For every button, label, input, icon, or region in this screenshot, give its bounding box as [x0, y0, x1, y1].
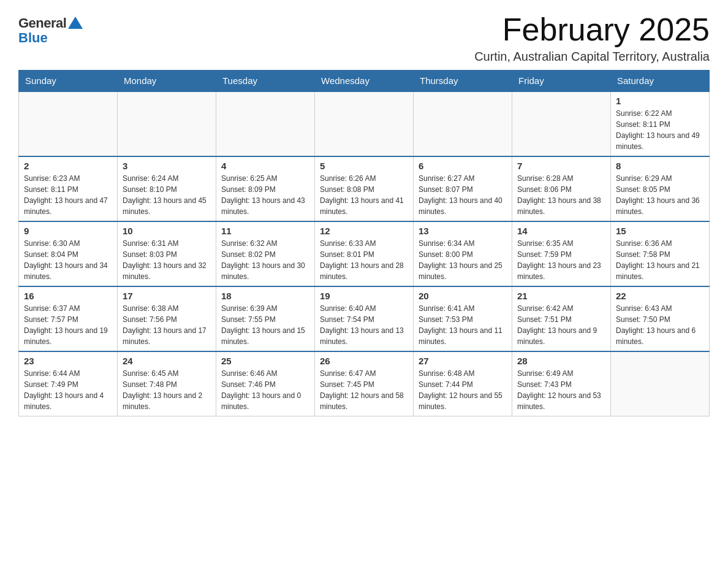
day-info: Sunrise: 6:33 AMSunset: 8:01 PMDaylight:… [320, 238, 408, 282]
calendar-day-header: Saturday [611, 71, 710, 92]
day-number: 17 [123, 291, 211, 301]
day-number: 10 [123, 226, 211, 236]
day-info: Sunrise: 6:25 AMSunset: 8:09 PMDaylight:… [221, 173, 309, 217]
day-number: 7 [517, 161, 605, 171]
day-info: Sunrise: 6:47 AMSunset: 7:45 PMDaylight:… [320, 368, 408, 412]
calendar-cell: 18Sunrise: 6:39 AMSunset: 7:55 PMDayligh… [216, 286, 315, 351]
calendar-cell: 1Sunrise: 6:22 AMSunset: 8:11 PMDaylight… [611, 91, 710, 156]
day-number: 11 [221, 226, 309, 236]
calendar-cell: 9Sunrise: 6:30 AMSunset: 8:04 PMDaylight… [19, 221, 118, 286]
day-info: Sunrise: 6:37 AMSunset: 7:57 PMDaylight:… [24, 303, 112, 347]
calendar-body: 1Sunrise: 6:22 AMSunset: 8:11 PMDaylight… [19, 91, 710, 416]
page-header: General Blue February 2025 Curtin, Austr… [18, 12, 710, 64]
day-number: 5 [320, 161, 408, 171]
calendar-cell: 4Sunrise: 6:25 AMSunset: 8:09 PMDaylight… [216, 156, 315, 221]
day-number: 18 [221, 291, 309, 301]
calendar-cell: 25Sunrise: 6:46 AMSunset: 7:46 PMDayligh… [216, 351, 315, 416]
day-info: Sunrise: 6:39 AMSunset: 7:55 PMDaylight:… [221, 303, 309, 347]
day-number: 22 [616, 291, 704, 301]
calendar-cell: 28Sunrise: 6:49 AMSunset: 7:43 PMDayligh… [512, 351, 611, 416]
calendar-cell [118, 91, 216, 156]
day-info: Sunrise: 6:26 AMSunset: 8:08 PMDaylight:… [320, 173, 408, 217]
calendar-cell: 21Sunrise: 6:42 AMSunset: 7:51 PMDayligh… [512, 286, 611, 351]
calendar-cell: 7Sunrise: 6:28 AMSunset: 8:06 PMDaylight… [512, 156, 611, 221]
calendar-cell: 6Sunrise: 6:27 AMSunset: 8:07 PMDaylight… [414, 156, 512, 221]
calendar-week-row: 23Sunrise: 6:44 AMSunset: 7:49 PMDayligh… [19, 351, 710, 416]
day-info: Sunrise: 6:40 AMSunset: 7:54 PMDaylight:… [320, 303, 408, 347]
calendar-week-row: 2Sunrise: 6:23 AMSunset: 8:11 PMDaylight… [19, 156, 710, 221]
day-number: 9 [24, 226, 112, 236]
day-info: Sunrise: 6:31 AMSunset: 8:03 PMDaylight:… [123, 238, 211, 282]
calendar-cell: 15Sunrise: 6:36 AMSunset: 7:58 PMDayligh… [611, 221, 710, 286]
location-title: Curtin, Australian Capital Territory, Au… [474, 50, 710, 64]
day-number: 4 [221, 161, 309, 171]
day-number: 27 [419, 356, 507, 366]
day-number: 16 [24, 291, 112, 301]
day-info: Sunrise: 6:24 AMSunset: 8:10 PMDaylight:… [123, 173, 211, 217]
day-info: Sunrise: 6:29 AMSunset: 8:05 PMDaylight:… [616, 173, 704, 217]
calendar-day-header: Wednesday [315, 71, 414, 92]
calendar-cell [611, 351, 710, 416]
calendar-day-header: Tuesday [216, 71, 315, 92]
calendar-week-row: 1Sunrise: 6:22 AMSunset: 8:11 PMDaylight… [19, 91, 710, 156]
calendar-day-header: Monday [118, 71, 216, 92]
calendar-cell: 5Sunrise: 6:26 AMSunset: 8:08 PMDaylight… [315, 156, 414, 221]
calendar-day-header: Sunday [19, 71, 118, 92]
day-info: Sunrise: 6:36 AMSunset: 7:58 PMDaylight:… [616, 238, 704, 282]
day-info: Sunrise: 6:27 AMSunset: 8:07 PMDaylight:… [419, 173, 507, 217]
day-number: 8 [616, 161, 704, 171]
day-number: 28 [517, 356, 605, 366]
calendar-cell: 27Sunrise: 6:48 AMSunset: 7:44 PMDayligh… [414, 351, 512, 416]
day-number: 6 [419, 161, 507, 171]
calendar-cell [512, 91, 611, 156]
calendar-cell [315, 91, 414, 156]
day-info: Sunrise: 6:44 AMSunset: 7:49 PMDaylight:… [24, 368, 112, 412]
day-info: Sunrise: 6:42 AMSunset: 7:51 PMDaylight:… [517, 303, 605, 347]
day-info: Sunrise: 6:28 AMSunset: 8:06 PMDaylight:… [517, 173, 605, 217]
day-info: Sunrise: 6:22 AMSunset: 8:11 PMDaylight:… [616, 108, 704, 152]
day-number: 20 [419, 291, 507, 301]
day-number: 14 [517, 226, 605, 236]
calendar-cell: 12Sunrise: 6:33 AMSunset: 8:01 PMDayligh… [315, 221, 414, 286]
day-info: Sunrise: 6:43 AMSunset: 7:50 PMDaylight:… [616, 303, 704, 347]
calendar-day-header: Thursday [414, 71, 512, 92]
logo: General Blue [18, 12, 83, 46]
day-number: 21 [517, 291, 605, 301]
day-number: 26 [320, 356, 408, 366]
calendar-week-row: 16Sunrise: 6:37 AMSunset: 7:57 PMDayligh… [19, 286, 710, 351]
calendar-day-header: Friday [512, 71, 611, 92]
calendar-cell: 8Sunrise: 6:29 AMSunset: 8:05 PMDaylight… [611, 156, 710, 221]
calendar-cell: 13Sunrise: 6:34 AMSunset: 8:00 PMDayligh… [414, 221, 512, 286]
logo-blue-text: Blue [18, 30, 48, 46]
calendar-cell: 19Sunrise: 6:40 AMSunset: 7:54 PMDayligh… [315, 286, 414, 351]
logo-general-text: General [18, 15, 66, 31]
month-title: February 2025 [474, 12, 710, 47]
calendar-cell: 10Sunrise: 6:31 AMSunset: 8:03 PMDayligh… [118, 221, 216, 286]
day-number: 15 [616, 226, 704, 236]
calendar-cell [414, 91, 512, 156]
calendar-cell [216, 91, 315, 156]
day-number: 13 [419, 226, 507, 236]
day-info: Sunrise: 6:34 AMSunset: 8:00 PMDaylight:… [419, 238, 507, 282]
calendar-cell: 23Sunrise: 6:44 AMSunset: 7:49 PMDayligh… [19, 351, 118, 416]
day-info: Sunrise: 6:23 AMSunset: 8:11 PMDaylight:… [24, 173, 112, 217]
day-number: 23 [24, 356, 112, 366]
calendar-cell: 11Sunrise: 6:32 AMSunset: 8:02 PMDayligh… [216, 221, 315, 286]
calendar-header-row: SundayMondayTuesdayWednesdayThursdayFrid… [19, 71, 710, 92]
day-number: 12 [320, 226, 408, 236]
day-info: Sunrise: 6:41 AMSunset: 7:53 PMDaylight:… [419, 303, 507, 347]
day-info: Sunrise: 6:48 AMSunset: 7:44 PMDaylight:… [419, 368, 507, 412]
day-number: 19 [320, 291, 408, 301]
calendar-cell: 2Sunrise: 6:23 AMSunset: 8:11 PMDaylight… [19, 156, 118, 221]
day-number: 2 [24, 161, 112, 171]
day-number: 3 [123, 161, 211, 171]
day-info: Sunrise: 6:38 AMSunset: 7:56 PMDaylight:… [123, 303, 211, 347]
calendar-cell: 17Sunrise: 6:38 AMSunset: 7:56 PMDayligh… [118, 286, 216, 351]
day-number: 25 [221, 356, 309, 366]
day-info: Sunrise: 6:32 AMSunset: 8:02 PMDaylight:… [221, 238, 309, 282]
day-info: Sunrise: 6:35 AMSunset: 7:59 PMDaylight:… [517, 238, 605, 282]
day-number: 1 [616, 96, 704, 106]
day-info: Sunrise: 6:49 AMSunset: 7:43 PMDaylight:… [517, 368, 605, 412]
day-info: Sunrise: 6:30 AMSunset: 8:04 PMDaylight:… [24, 238, 112, 282]
calendar-cell [19, 91, 118, 156]
